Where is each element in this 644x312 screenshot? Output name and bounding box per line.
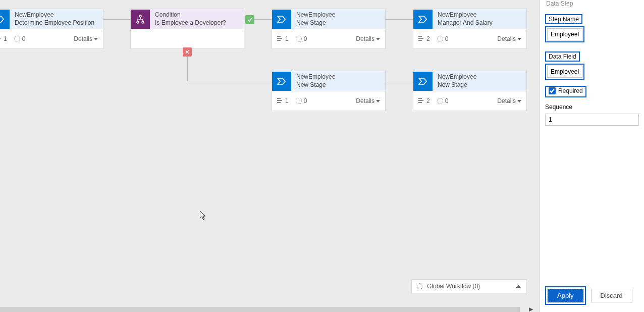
details-toggle[interactable]: Details — [356, 97, 380, 105]
required-label: Required — [558, 87, 583, 94]
condition-node[interactable]: Condition Is Employee a Developer? — [130, 9, 244, 49]
apply-button[interactable]: Apply — [548, 289, 583, 302]
svg-point-5 — [137, 21, 139, 23]
connector — [187, 56, 188, 81]
data-field-label: Data Field — [545, 51, 580, 62]
connector — [103, 19, 130, 20]
node-title: Manager And Salary — [438, 19, 493, 27]
scroll-right-arrow[interactable]: ▶ — [529, 306, 533, 312]
stage-node[interactable]: NewEmployee Determine Employee Position … — [0, 9, 103, 49]
details-toggle[interactable]: Details — [356, 35, 380, 42]
node-title: Determine Employee Position — [15, 19, 94, 27]
connector — [187, 81, 272, 81]
spinner-icon — [437, 36, 443, 42]
data-field-input[interactable] — [547, 66, 582, 78]
sequence-input[interactable] — [545, 114, 639, 126]
connector — [386, 19, 413, 20]
steps-icon — [277, 97, 283, 105]
steps-icon — [418, 97, 424, 105]
pending-count: 0 — [304, 97, 307, 105]
stage-node[interactable]: NewEmployee New Stage 2 0 Details — [413, 71, 527, 111]
apply-highlight: Apply — [545, 286, 586, 305]
chevron-down-icon — [517, 38, 521, 40]
horizontal-scrollbar[interactable]: ▶ — [0, 307, 520, 312]
node-title: New Stage — [438, 81, 476, 89]
discard-button[interactable]: Discard — [591, 289, 632, 302]
pending-count: 0 — [445, 35, 449, 42]
stage-node[interactable]: NewEmployee New Stage 1 0 Details — [272, 71, 386, 111]
stage-icon — [272, 10, 291, 29]
step-name-input[interactable] — [547, 28, 582, 40]
node-entity: NewEmployee — [296, 11, 335, 19]
node-entity: NewEmployee — [438, 11, 493, 19]
spinner-icon — [437, 98, 443, 104]
properties-panel: Data Step Step Name Data Field Required … — [540, 0, 644, 312]
stage-node[interactable]: NewEmployee New Stage 1 0 Details — [272, 9, 386, 49]
steps-icon — [277, 35, 283, 43]
steps-count: 2 — [426, 97, 430, 105]
required-checkbox[interactable] — [549, 87, 556, 94]
global-workflow-label: Global Workflow (0) — [427, 283, 480, 290]
chevron-down-icon — [517, 100, 521, 102]
stage-icon — [413, 72, 433, 91]
steps-count: 1 — [285, 35, 289, 42]
steps-count: 1 — [285, 97, 289, 105]
spinner-icon — [14, 36, 20, 42]
spinner-icon — [296, 98, 302, 104]
required-checkbox-row[interactable]: Required — [549, 87, 583, 94]
steps-icon — [418, 35, 424, 43]
node-title: New Stage — [296, 81, 335, 89]
steps-icon — [0, 35, 2, 43]
node-entity: Condition — [155, 11, 226, 19]
details-toggle[interactable]: Details — [497, 35, 521, 42]
data-step-label: Data Step — [545, 0, 639, 8]
branch-no-icon — [183, 47, 192, 57]
steps-count: 2 — [426, 35, 430, 42]
pending-count: 0 — [22, 35, 26, 42]
stage-icon — [413, 10, 433, 29]
workflow-canvas[interactable]: NewEmployee Determine Employee Position … — [0, 0, 540, 312]
svg-point-0 — [139, 15, 141, 17]
pending-count: 0 — [304, 35, 307, 42]
node-title: New Stage — [296, 19, 335, 27]
svg-point-6 — [142, 21, 144, 23]
node-entity: NewEmployee — [296, 73, 335, 81]
stage-node[interactable]: NewEmployee Manager And Salary 2 0 Detai… — [413, 9, 527, 49]
sequence-label: Sequence — [545, 102, 639, 112]
connector — [253, 19, 272, 20]
steps-count: 1 — [4, 35, 7, 42]
step-name-label: Step Name — [545, 14, 582, 24]
chevron-down-icon — [94, 38, 98, 40]
node-entity: NewEmployee — [15, 11, 94, 19]
stage-icon — [272, 72, 291, 91]
node-entity: NewEmployee — [438, 73, 476, 81]
condition-icon — [131, 10, 150, 29]
details-toggle[interactable]: Details — [74, 35, 98, 42]
chevron-up-icon — [516, 285, 521, 288]
mouse-cursor — [200, 211, 206, 220]
chevron-down-icon — [376, 38, 380, 40]
branch-yes-icon — [245, 15, 254, 24]
details-toggle[interactable]: Details — [497, 97, 521, 105]
spinner-icon — [296, 36, 302, 42]
chevron-down-icon — [376, 100, 380, 102]
global-workflow-bar[interactable]: Global Workflow (0) — [411, 279, 526, 293]
spinner-icon — [417, 283, 423, 289]
pending-count: 0 — [445, 97, 449, 105]
stage-icon — [0, 10, 10, 29]
connector — [386, 81, 413, 81]
node-title: Is Employee a Developer? — [155, 19, 226, 27]
